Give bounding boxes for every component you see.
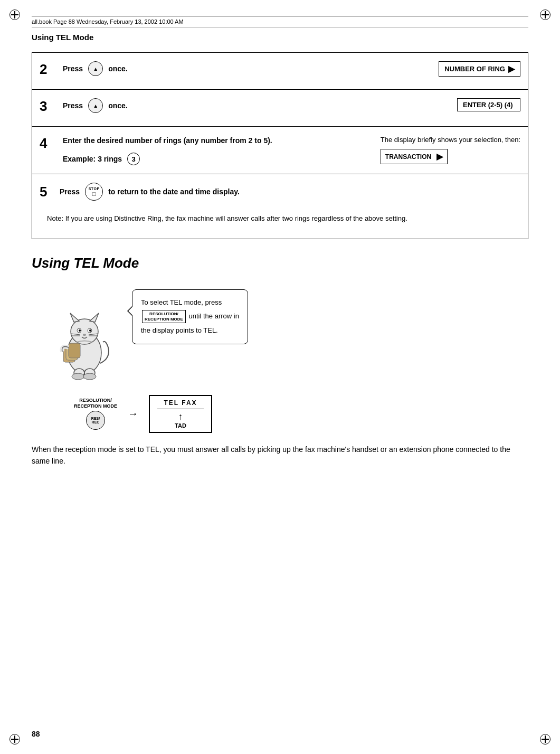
step-2-press-label: Press [63, 64, 83, 73]
svg-rect-15 [69, 343, 80, 358]
top-bar-text: all.book Page 88 Wednesday, February 13,… [32, 18, 184, 25]
speech-bubble: To select TEL mode, press RESOLUTION/REC… [132, 289, 248, 345]
step-5-press-label: Press [60, 187, 80, 196]
svg-point-6 [79, 329, 81, 332]
step-3-press-label: Press [63, 101, 83, 110]
step-2-suffix: once. [108, 64, 128, 73]
svg-point-19 [83, 373, 96, 380]
step-4-instruction: Enter the desired number of rings (any n… [63, 135, 372, 146]
step-4-desc: The display briefly shows your selection… [381, 135, 520, 145]
top-bar: all.book Page 88 Wednesday, February 13,… [32, 16, 528, 27]
display-diagram: RESOLUTION/ RECEPTION MODE RES/REC → TEL… [74, 395, 528, 433]
step-4-transaction-arrow: ▶ [436, 152, 443, 162]
step-5-suffix: to return to the date and time display. [108, 187, 240, 196]
step-5-number: 5 [40, 184, 54, 200]
step-2-content: Press once. [63, 61, 430, 76]
resolution-btn-label: RESOLUTION/ RECEPTION MODE [74, 398, 117, 409]
step-5-row: 5 Press STOP □ to return to the date and… [32, 174, 528, 239]
page-number: 88 [32, 730, 40, 738]
step-3-menu-button[interactable] [88, 98, 103, 113]
diagram-arrow: → [128, 408, 138, 420]
step-2-menu-button[interactable] [88, 61, 103, 76]
lcd-screen-bottom: TAD [157, 422, 204, 429]
stop-icon: □ [92, 191, 96, 197]
stop-button[interactable]: STOP □ [85, 183, 103, 201]
step-4-row: 4 Enter the desired number of rings (any… [32, 127, 528, 174]
lcd-screen-arrow: ↑ [157, 411, 204, 422]
step-4-number: 4 [40, 135, 54, 152]
section2-title: Using TEL Mode [32, 255, 528, 271]
step-4-left: Enter the desired number of rings (any n… [63, 135, 372, 165]
lcd-screen-top: TEL FAX [157, 399, 204, 409]
body-text: When the reception mode is set to TEL, y… [32, 444, 528, 467]
fax-character-image [53, 295, 116, 379]
step-5-note: Note: If you are using Distinctive Ring,… [40, 208, 520, 231]
corner-mark-bl [10, 734, 20, 744]
bubble-line3: the display points to TEL. [141, 326, 218, 334]
bubble-resolution-badge: RESOLUTION/RECEPTION MODE [142, 310, 186, 323]
corner-mark-br [540, 734, 550, 744]
page-title: Using TEL Mode [32, 33, 528, 42]
step-3-row: 3 Press once. ENTER (2-5) (4) [32, 90, 528, 127]
svg-point-8 [83, 334, 86, 336]
step-3-suffix: once. [108, 101, 128, 110]
step-4-transaction: TRANSACTION ▶ [381, 149, 448, 164]
step-3-lcd: ENTER (2-5) (4) [457, 98, 520, 111]
lcd-screen: TEL FAX ↑ TAD [149, 395, 212, 433]
steps-table: 2 Press once. NUMBER OF RING ▶ 3 Press o… [32, 52, 528, 239]
step-4-right: The display briefly shows your selection… [381, 135, 520, 164]
svg-marker-3 [90, 313, 99, 322]
bubble-line2: until the arrow in [189, 312, 239, 320]
step-2-row: 2 Press once. NUMBER OF RING ▶ [32, 53, 528, 90]
step-2-number: 2 [40, 61, 54, 78]
stop-label: STOP [89, 187, 100, 191]
corner-mark-tr [540, 10, 550, 20]
tel-mode-diagram: To select TEL mode, press RESOLUTION/REC… [32, 284, 528, 379]
svg-marker-2 [70, 313, 79, 322]
step-3-content: Press once. [63, 98, 449, 113]
bubble-line1: To select TEL mode, press [141, 298, 222, 306]
step-4-example-number: 3 [127, 153, 140, 165]
resolution-button[interactable]: RES/REC [86, 411, 105, 430]
step-2-lcd-arrow: ▶ [508, 64, 515, 74]
svg-point-7 [89, 329, 91, 332]
step-2-lcd: NUMBER OF RING ▶ [439, 61, 520, 77]
svg-point-18 [72, 373, 84, 380]
step-4-example-label: Example: 3 rings [63, 155, 122, 163]
corner-mark-tl [10, 10, 20, 20]
step-3-number: 3 [40, 98, 54, 115]
